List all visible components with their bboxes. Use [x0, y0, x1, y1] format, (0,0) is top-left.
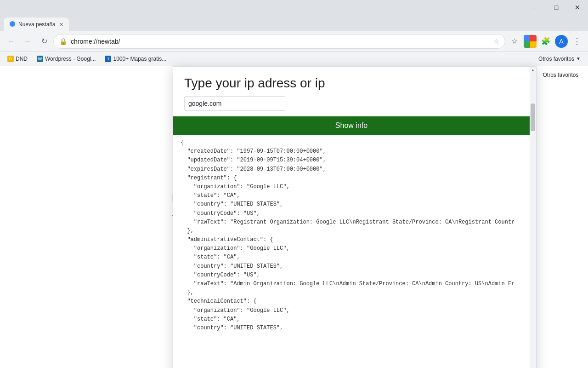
bookmark-mapas-label: 1000+ Mapas gratis... — [113, 56, 166, 62]
ip-input[interactable] — [184, 96, 285, 111]
vertical-scrollbar[interactable]: ▲ ▼ — [530, 67, 536, 368]
reload-button[interactable]: ↻ — [37, 34, 51, 49]
main-content: Google 🔍 Haz una búsqueda en Google o es… — [0, 66, 588, 368]
window-controls: — □ ✕ — [525, 0, 588, 15]
colorful-extension-icon[interactable] — [524, 35, 537, 48]
bookmark-wordpress[interactable]: W Wordpress - Googl... — [33, 54, 99, 63]
title-bar: — □ ✕ — [0, 0, 588, 15]
scroll-up-button[interactable]: ▲ — [530, 67, 536, 73]
dnd-favicon: D — [7, 56, 14, 62]
minimize-button[interactable]: — — [525, 0, 546, 15]
tab-favicon — [9, 21, 16, 29]
bookmark-mapas[interactable]: 1 1000+ Mapas gratis... — [101, 54, 170, 63]
chrome-menu-button[interactable]: ⋮ — [570, 34, 584, 49]
toolbar: ← → ↻ 🔒 chrome://newtab/ ☆ ☆ 🧩 A ⋮ — [0, 31, 588, 52]
show-info-label: Show info — [335, 121, 368, 130]
scroll-track — [530, 73, 536, 368]
toolbar-right: ☆ 🧩 A ⋮ — [507, 34, 584, 49]
panel-title: Type your ip adress or ip — [184, 76, 519, 91]
back-button[interactable]: ← — [4, 34, 18, 49]
panel-header: Type your ip adress or ip — [173, 67, 530, 116]
active-tab[interactable]: Nueva pestaña ✕ — [4, 17, 69, 31]
profile-avatar[interactable]: A — [555, 35, 568, 48]
bookmark-dnd[interactable]: D DND — [4, 54, 31, 63]
show-info-button[interactable]: Show info — [173, 116, 530, 135]
mapas-favicon: 1 — [105, 56, 111, 62]
otros-panel: Otros favoritos — [533, 66, 588, 368]
close-button[interactable]: ✕ — [567, 0, 588, 15]
bookmark-dnd-label: DND — [16, 56, 28, 62]
address-bar[interactable]: 🔒 chrome://newtab/ ☆ — [53, 34, 505, 49]
maximize-button[interactable]: □ — [546, 0, 567, 15]
forward-button[interactable]: → — [20, 34, 35, 49]
star-button[interactable]: ☆ — [507, 34, 522, 49]
bookmarks-bar: D DND W Wordpress - Googl... 1 1000+ Map… — [0, 52, 588, 66]
otros-chevron-icon: ▼ — [576, 56, 581, 61]
vertical-scrollbar-thumb — [531, 104, 535, 131]
otros-favoritos-button[interactable]: Otros favoritos ▼ — [535, 54, 584, 63]
bookmark-star-icon[interactable]: ☆ — [493, 38, 499, 45]
json-output: { "createdDate": "1997-09-15T07:00:00+00… — [173, 135, 530, 368]
otros-panel-label: Otros favoritos — [539, 70, 582, 80]
svg-point-0 — [10, 21, 15, 27]
bookmark-wordpress-label: Wordpress - Googl... — [45, 56, 96, 62]
lock-icon: 🔒 — [59, 38, 67, 45]
otros-favoritos-label: Otros favoritos — [538, 56, 574, 62]
address-text: chrome://newtab/ — [71, 38, 490, 45]
extensions-button[interactable]: 🧩 — [538, 34, 553, 49]
extension-panel: Type your ip adress or ip Show info { "c… — [173, 66, 537, 368]
wordpress-favicon: W — [37, 56, 43, 62]
tab-bar: Nueva pestaña ✕ — [0, 15, 588, 31]
tab-close-icon[interactable]: ✕ — [59, 22, 63, 28]
tab-label: Nueva pestaña — [18, 21, 56, 28]
